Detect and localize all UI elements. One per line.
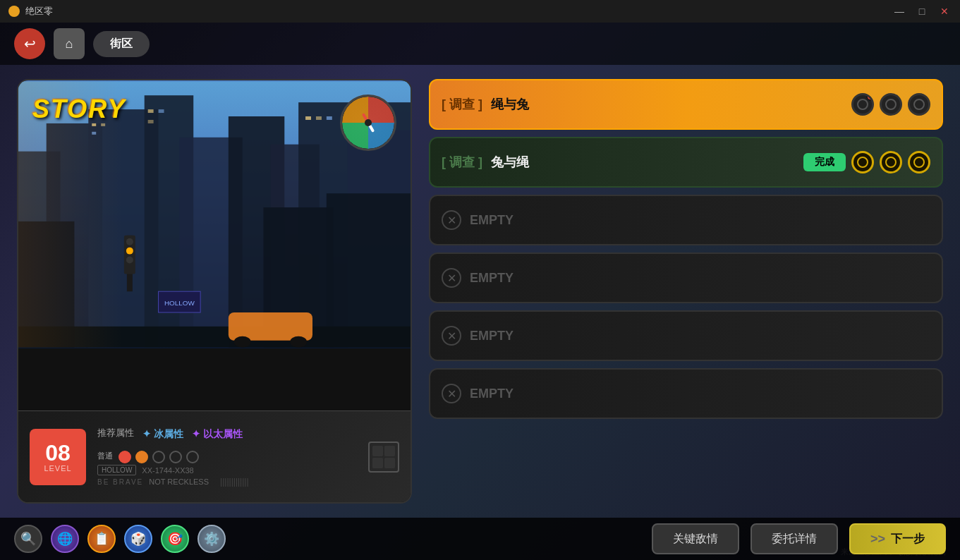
quest-5-title: EMPTY <box>470 329 930 343</box>
title-bar: 绝区零 — □ ✕ <box>0 0 960 23</box>
empty-x-5: ✕ <box>442 326 461 346</box>
svg-rect-17 <box>316 116 322 120</box>
close-button[interactable]: ✕ <box>937 6 952 17</box>
level-badge: 08 LEVEL <box>30 429 86 485</box>
grid-cell-2 <box>384 446 395 456</box>
dot-2 <box>135 451 148 463</box>
svg-rect-18 <box>327 116 332 120</box>
quest-item-6[interactable]: ✕ EMPTY <box>429 368 943 419</box>
top-nav: ↩ ⌂ 街区 <box>0 23 960 65</box>
be-brave-label: BE BRAVE <box>97 478 143 486</box>
be-brave-row: BE BRAVE NOT RECKLESS ||||||||||||| <box>97 477 357 487</box>
story-image: HOLLOW STORY <box>18 80 411 348</box>
quest-2-status: 完成 <box>803 153 846 171</box>
quest-6-title: EMPTY <box>470 386 930 401</box>
svg-point-30 <box>290 336 307 348</box>
quest-wheel-2b <box>880 151 902 174</box>
svg-rect-15 <box>148 120 154 123</box>
home-icon: ⌂ <box>66 37 73 51</box>
close-enemies-button[interactable]: 关键敌情 <box>652 523 739 554</box>
next-label: 下一步 <box>891 532 925 547</box>
app-icon <box>8 6 20 17</box>
wheel-inner-2a <box>857 157 868 168</box>
svg-point-23 <box>126 257 133 264</box>
grid-icon <box>368 442 399 473</box>
bottom-right-buttons: 关键敌情 委托详情 >> 下一步 <box>652 523 946 554</box>
compass <box>340 95 396 151</box>
nav-icon-5-symbol: ⚙️ <box>204 531 219 547</box>
svg-rect-28 <box>229 312 312 341</box>
empty-x-3: ✕ <box>442 210 461 230</box>
level-label: LEVEL <box>44 464 71 473</box>
nav-icon-2[interactable]: 📋 <box>87 525 116 553</box>
quest-item-5[interactable]: ✕ EMPTY <box>429 310 943 361</box>
nav-icon-2-symbol: 📋 <box>94 531 109 547</box>
info-attr-row: 推荐属性 ✦ 冰属性 ✦ 以太属性 <box>97 427 357 442</box>
level-number: 08 <box>45 442 71 464</box>
quest-3-title: EMPTY <box>470 213 930 228</box>
title-bar-left: 绝区零 <box>8 5 53 18</box>
info-details: 推荐属性 ✦ 冰属性 ✦ 以太属性 普通 HOLLOW <box>97 427 357 487</box>
svg-point-29 <box>234 336 251 348</box>
minimize-button[interactable]: — <box>892 6 906 17</box>
wheel-inner-2b <box>885 157 897 168</box>
quest-item-4[interactable]: ✕ EMPTY <box>429 252 943 303</box>
quest-item-1[interactable]: [ 调查 ] 绳与兔 <box>429 79 943 130</box>
info-label: 推荐属性 <box>97 427 134 439</box>
nav-icon-3[interactable]: 🎲 <box>124 525 152 553</box>
quest-2-prefix: [ 调查 ] <box>442 154 482 171</box>
quest-wheel-1c <box>908 93 930 116</box>
svg-text:HOLLOW: HOLLOW <box>164 299 195 307</box>
content-area: HOLLOW STORY 08 LEVEL 推荐属性 ✦ 冰属性 ✦ 以 <box>0 65 960 518</box>
nav-title: 街区 <box>93 31 150 57</box>
details-button[interactable]: 委托详情 <box>751 523 838 554</box>
search-button[interactable]: 🔍 <box>14 525 42 553</box>
wheel-inner-1c <box>913 99 925 110</box>
difficulty-label: 普通 <box>97 451 113 461</box>
bottom-bar: 🔍 🌐 📋 🎲 🎯 ⚙️ 关键敌情 委托详情 >> 下一步 <box>0 518 960 560</box>
red-dot <box>866 93 874 101</box>
back-icon: ↩ <box>24 35 36 52</box>
search-icon: 🔍 <box>20 531 36 547</box>
dot-5 <box>186 451 199 463</box>
dot-1 <box>119 451 131 463</box>
svg-rect-26 <box>327 193 411 347</box>
home-button[interactable]: ⌂ <box>54 28 85 59</box>
wheel-inner-2c <box>913 157 925 168</box>
grid-cell-4 <box>384 458 395 468</box>
back-button[interactable]: ↩ <box>14 28 45 59</box>
quest-wheel-1b <box>880 93 902 116</box>
barcode-icon: ||||||||||||| <box>220 477 249 487</box>
nav-icon-1[interactable]: 🌐 <box>51 525 79 553</box>
nav-icon-4[interactable]: 🎯 <box>161 525 189 553</box>
grid-cell-1 <box>372 446 383 456</box>
quest-item-3[interactable]: ✕ EMPTY <box>429 195 943 245</box>
nav-icon-4-symbol: 🎯 <box>167 531 183 547</box>
story-card: HOLLOW STORY 08 LEVEL 推荐属性 ✦ 冰属性 ✦ 以 <box>17 79 412 504</box>
svg-point-22 <box>126 248 133 255</box>
quest-wheel-2c <box>908 151 930 174</box>
empty-x-4: ✕ <box>442 268 461 288</box>
hollow-code-row: HOLLOW XX-1744-XX38 <box>97 465 357 475</box>
quest-4-title: EMPTY <box>470 271 930 286</box>
next-chevrons-icon: >> <box>870 532 885 547</box>
quest-wheel-2a <box>851 151 874 174</box>
quest-2-icons: 完成 <box>803 151 930 174</box>
svg-rect-14 <box>159 109 164 113</box>
nav-icon-5[interactable]: ⚙️ <box>198 525 226 553</box>
hollow-badge: HOLLOW <box>97 465 136 475</box>
level-info-card: 08 LEVEL 推荐属性 ✦ 冰属性 ✦ 以太属性 普通 <box>18 410 411 502</box>
quest-item-2[interactable]: [ 调查 ] 兔与绳 完成 <box>429 137 943 188</box>
compass-center <box>365 119 372 126</box>
next-button[interactable]: >> 下一步 <box>849 523 946 554</box>
not-reckless: NOT RECKLESS <box>149 477 209 486</box>
attr-ether: ✦ 以太属性 <box>192 428 243 441</box>
quest-1-title: 绳与兔 <box>491 96 843 113</box>
attr-ice: ✦ 冰属性 <box>142 428 183 441</box>
difficulty-row: 普通 <box>97 448 357 463</box>
hollow-code: XX-1744-XX38 <box>142 466 193 475</box>
maximize-button[interactable]: □ <box>915 6 929 17</box>
window-controls[interactable]: — □ ✕ <box>892 6 952 17</box>
svg-rect-16 <box>305 116 311 120</box>
nav-icon-1-symbol: 🌐 <box>57 531 73 547</box>
